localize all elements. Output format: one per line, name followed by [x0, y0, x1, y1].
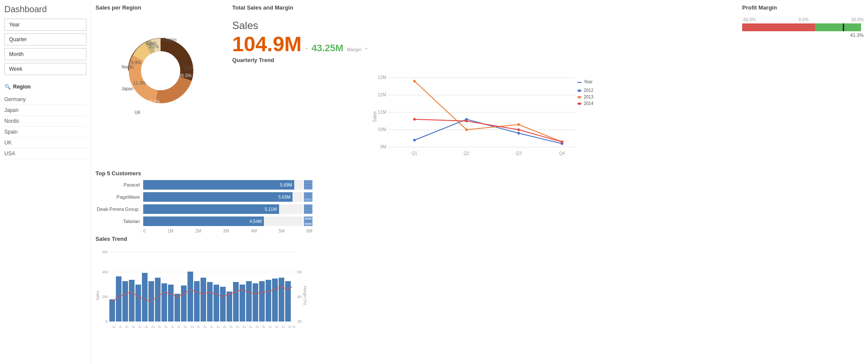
customer-row-deak: Deak-Perera Group. 5.11M	[95, 204, 312, 214]
top-row: Sales per Region	[95, 4, 864, 166]
bar-track-deak: 5.11M	[143, 204, 302, 214]
svg-rect-63	[155, 278, 161, 321]
donut-svg: USA UK Japan Nordic Spain Region 45.5% 2…	[108, 14, 213, 123]
svg-rect-80	[266, 280, 271, 321]
svg-text:Year: Year	[584, 79, 593, 84]
svg-text:4M: 4M	[102, 270, 108, 274]
profit-margin-title: Profit Margin	[742, 4, 864, 11]
filter-quarter[interactable]: Quarter	[4, 33, 86, 46]
quarterly-trend-title: Quarterly Trend	[232, 57, 736, 63]
svg-text:45.5%: 45.5%	[179, 73, 191, 78]
customer-row-talarian: Talarian 4.54M	[95, 216, 312, 226]
region-header: 🔍 Region	[4, 84, 86, 90]
margin-mid-label: 0.0%	[799, 17, 809, 22]
svg-rect-57	[116, 276, 122, 321]
donut-label-nordic: Nordic	[122, 65, 134, 69]
svg-text:0: 0	[105, 319, 108, 324]
top-customers-title: Top 5 Customers	[95, 170, 312, 177]
filter-month[interactable]: Month	[4, 48, 86, 60]
filter-year[interactable]: Year	[4, 19, 86, 31]
sales-trend-chart: 0 2M 4M 6M 30 40 50 Sales Margin (%)	[95, 248, 308, 328]
svg-text:10M: 10M	[378, 127, 386, 132]
donut-label-region: Region	[163, 37, 177, 42]
margin-value: 43.25M	[312, 43, 343, 54]
svg-text:Q4: Q4	[559, 151, 565, 156]
svg-rect-58	[122, 281, 128, 321]
margin-green-portion	[815, 23, 861, 31]
svg-rect-78	[253, 283, 258, 321]
donut-segments	[129, 38, 194, 103]
svg-text:9M: 9M	[380, 144, 386, 149]
bar-mini-pagewave	[304, 192, 312, 202]
region-item-nordic[interactable]: Nordic	[4, 116, 86, 127]
margin-red-portion	[742, 23, 815, 31]
bar-value-talarian: 4.54M	[250, 219, 262, 224]
bar-fill-pagewave: 5.63M	[143, 192, 293, 202]
main-content: Sales per Region	[91, 0, 868, 364]
svg-text:11.3%: 11.3%	[133, 81, 145, 85]
svg-rect-70	[201, 278, 206, 321]
svg-text:50: 50	[297, 270, 302, 274]
customer-row-paracel: Paracel 5.69M	[95, 180, 312, 190]
dashboard-title: Dashboard	[4, 4, 86, 14]
svg-point-29	[465, 120, 468, 122]
svg-text:Q1: Q1	[411, 151, 418, 156]
region-item-germany[interactable]: Germany	[4, 94, 86, 105]
svg-text:2014: 2014	[584, 101, 594, 106]
svg-rect-69	[194, 281, 200, 321]
trend-bar-0	[109, 299, 115, 321]
svg-rect-33	[577, 82, 582, 83]
svg-rect-79	[259, 281, 265, 321]
region-section: 🔍 Region Germany Japan Nordic Spain UK U…	[4, 84, 86, 159]
sales-region-panel: Sales per Region	[95, 4, 226, 166]
svg-rect-65	[168, 285, 174, 321]
svg-rect-59	[129, 280, 135, 321]
svg-point-42	[578, 102, 581, 105]
region-item-japan[interactable]: Japan	[4, 105, 86, 116]
svg-text:2012: 2012	[584, 88, 594, 93]
svg-point-20	[413, 139, 416, 141]
bar-fill-paracel: 5.69M	[143, 180, 294, 190]
region-item-usa[interactable]: USA	[4, 148, 86, 159]
svg-text:30: 30	[297, 319, 302, 324]
margin-percentage: 41.3%	[742, 33, 864, 38]
sales-trend-panel: Sales Trend 0 2M 4M 6M	[95, 236, 312, 329]
region-label: Region	[13, 84, 31, 90]
svg-point-0	[141, 51, 180, 90]
bar-value-paracel: 5.69M	[280, 183, 292, 187]
svg-rect-60	[135, 285, 141, 321]
bar-track-talarian: 4.54M	[143, 216, 302, 226]
svg-text:26.9%: 26.9%	[148, 99, 160, 104]
svg-rect-67	[181, 285, 187, 321]
svg-text:2014-M...: 2014-M...	[292, 325, 303, 328]
bar-fill-talarian: 4.54M	[143, 216, 264, 226]
filter-week[interactable]: Week	[4, 63, 86, 75]
margin-min-label: -50.0%	[742, 17, 756, 22]
svg-text:12M: 12M	[378, 92, 386, 97]
donut-label-uk: UK	[135, 110, 141, 115]
sales-label: Sales	[232, 20, 736, 32]
region-item-uk[interactable]: UK	[4, 138, 86, 148]
svg-point-30	[517, 128, 520, 131]
svg-point-31	[561, 141, 563, 143]
search-icon: 🔍	[4, 84, 11, 90]
svg-rect-77	[246, 281, 252, 321]
svg-text:Sales: Sales	[95, 290, 100, 300]
svg-point-25	[465, 128, 468, 131]
svg-rect-73	[220, 287, 226, 321]
bar-fill-deak: 5.11M	[143, 204, 279, 214]
svg-point-22	[517, 132, 520, 134]
svg-text:6M: 6M	[102, 250, 108, 254]
svg-text:40: 40	[297, 295, 302, 299]
svg-point-24	[413, 80, 416, 82]
line-2013	[414, 81, 562, 142]
svg-text:Sales: Sales	[372, 111, 377, 122]
bar-chart: Paracel 5.69M	[95, 180, 312, 233]
svg-text:Q3: Q3	[516, 151, 522, 156]
region-item-spain[interactable]: Spain	[4, 127, 86, 138]
svg-rect-64	[161, 283, 167, 321]
separator: ·	[305, 42, 308, 54]
svg-text:2M: 2M	[102, 295, 108, 299]
svg-text:11M: 11M	[378, 110, 386, 115]
svg-text:13M: 13M	[378, 75, 386, 80]
